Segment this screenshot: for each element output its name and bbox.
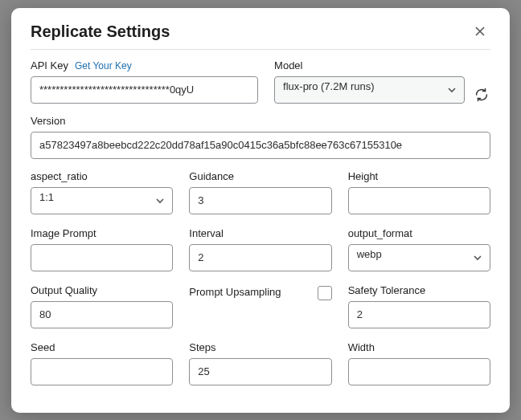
width-input[interactable]	[348, 358, 490, 385]
api-key-label: API Key	[31, 59, 68, 71]
safety-tolerance-input[interactable]	[348, 301, 490, 328]
settings-modal: Replicate Settings API Key Get Your Key …	[11, 8, 510, 413]
api-key-field-group: API Key Get Your Key	[31, 59, 258, 104]
refresh-icon	[474, 88, 489, 102]
image-prompt-input[interactable]	[31, 244, 173, 271]
image-prompt-label: Image Prompt	[31, 227, 173, 239]
params-grid: aspect_ratio 1:1 Guidance Height Image P…	[31, 170, 490, 385]
seed-label: Seed	[31, 341, 173, 353]
aspect-ratio-field-group: aspect_ratio 1:1	[31, 170, 173, 214]
interval-field-group: Interval	[189, 227, 331, 271]
prompt-upsampling-checkbox[interactable]	[318, 286, 332, 300]
image-prompt-field-group: Image Prompt	[31, 227, 173, 271]
aspect-ratio-select[interactable]: 1:1	[31, 187, 173, 214]
version-input[interactable]	[31, 132, 490, 159]
model-label: Model	[274, 59, 302, 71]
aspect-ratio-label: aspect_ratio	[31, 170, 173, 182]
seed-field-group: Seed	[31, 341, 173, 385]
guidance-field-group: Guidance	[189, 170, 331, 214]
interval-label: Interval	[189, 227, 331, 239]
seed-input[interactable]	[31, 358, 173, 385]
height-input[interactable]	[348, 187, 490, 214]
guidance-label: Guidance	[189, 170, 331, 182]
safety-tolerance-field-group: Safety Tolerance	[348, 284, 490, 328]
model-field-group: Model flux-pro (7.2M runs)	[274, 59, 465, 104]
steps-field-group: Steps	[189, 341, 331, 385]
version-label: Version	[31, 115, 490, 127]
model-select[interactable]: flux-pro (7.2M runs)	[274, 76, 465, 104]
output-format-label: output_format	[348, 227, 490, 239]
output-quality-field-group: Output Quality	[31, 284, 173, 328]
prompt-upsampling-label: Prompt Upsampling	[189, 286, 281, 298]
interval-input[interactable]	[189, 244, 331, 271]
close-icon	[474, 26, 486, 37]
output-format-select[interactable]: webp	[348, 244, 490, 271]
output-quality-label: Output Quality	[31, 284, 173, 296]
height-label: Height	[348, 170, 490, 182]
width-label: Width	[348, 341, 490, 353]
guidance-input[interactable]	[189, 187, 331, 214]
output-format-field-group: output_format webp	[348, 227, 490, 271]
safety-tolerance-label: Safety Tolerance	[348, 284, 490, 296]
close-button[interactable]	[470, 24, 490, 39]
api-key-input[interactable]	[31, 76, 258, 104]
prompt-upsampling-field-group: Prompt Upsampling	[189, 284, 331, 328]
steps-label: Steps	[189, 341, 331, 353]
height-field-group: Height	[348, 170, 490, 214]
refresh-models-button[interactable]	[473, 83, 490, 104]
modal-title: Replicate Settings	[31, 22, 170, 41]
output-quality-input[interactable]	[31, 301, 173, 328]
version-field-group: Version	[31, 115, 490, 159]
width-field-group: Width	[348, 341, 490, 385]
get-key-link[interactable]: Get Your Key	[75, 60, 132, 71]
modal-header: Replicate Settings	[31, 22, 490, 50]
steps-input[interactable]	[189, 358, 331, 385]
